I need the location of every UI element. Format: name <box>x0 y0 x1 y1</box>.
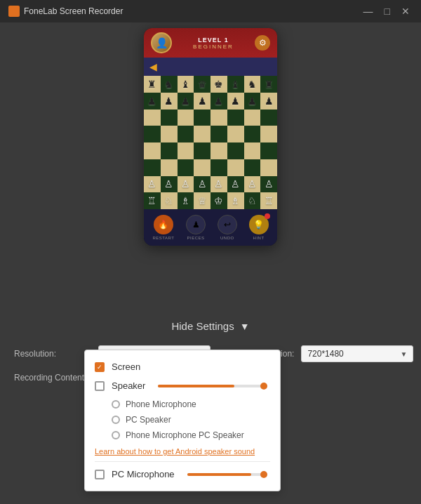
chess-cell: ♚ <box>210 76 227 93</box>
window-controls: — □ ✕ <box>361 5 413 18</box>
chess-cell: ♝ <box>227 76 244 93</box>
phone-bottom-bar: 🔥 RESTART ♟ PIECES ↩ UNDO 💡 HINT <box>144 209 277 246</box>
title-bar-left: FoneLab Screen Recorder <box>8 6 123 17</box>
app-icon <box>8 6 20 17</box>
output-resolution-dropdown[interactable]: 720*1480 ▼ <box>301 345 413 362</box>
chess-cell: ♟ <box>178 93 194 110</box>
chess-cell <box>227 159 244 176</box>
chess-cell <box>178 142 194 159</box>
chess-cell <box>144 110 161 126</box>
chess-cell: ♙ <box>244 176 261 193</box>
pc-speaker-label: PC Speaker <box>126 415 171 425</box>
chess-cell <box>194 110 210 126</box>
chess-cell <box>144 159 161 176</box>
minimize-button[interactable]: — <box>361 5 376 18</box>
chess-cell: ♙ <box>227 176 244 193</box>
chess-cell: ♗ <box>227 192 244 209</box>
chess-cell: ♟ <box>194 93 210 110</box>
chess-cell <box>260 159 277 176</box>
chess-cell <box>194 126 210 142</box>
chevron-down-icon: ▼ <box>240 321 250 332</box>
phone-mic-pc-speaker-radio[interactable] <box>112 431 120 439</box>
radio-phone-mic[interactable]: Phone Microphone <box>112 397 270 412</box>
chess-cell <box>194 142 210 159</box>
hint-label: HINT <box>253 236 265 240</box>
avatar: 👤 <box>151 32 172 53</box>
pieces-action[interactable]: ♟ PIECES <box>186 215 206 240</box>
chess-cell <box>178 110 194 126</box>
chess-cell <box>210 142 227 159</box>
chess-cell <box>144 126 161 142</box>
output-resolution-value: 720*1480 <box>307 349 343 359</box>
chess-cell <box>178 159 194 176</box>
chess-cell: ♟ <box>144 93 161 110</box>
chess-cell: ♞ <box>161 76 178 93</box>
chess-cell <box>210 110 227 126</box>
restart-label: RESTART <box>152 236 174 240</box>
speaker-checkbox[interactable] <box>95 381 105 391</box>
chess-cell: ♖ <box>260 192 277 209</box>
chess-cell: ♗ <box>178 192 194 209</box>
chess-cell <box>210 159 227 176</box>
phone-mic-radio[interactable] <box>112 400 120 409</box>
close-button[interactable]: ✕ <box>399 5 413 18</box>
hint-icon: 💡 <box>249 215 269 234</box>
restart-action[interactable]: 🔥 RESTART <box>152 215 174 240</box>
level-text: LEVEL 1 <box>172 37 255 44</box>
chess-cell <box>144 142 161 159</box>
chess-cell <box>161 110 178 126</box>
chess-cell <box>260 110 277 126</box>
title-bar: FoneLab Screen Recorder — □ ✕ <box>0 0 421 22</box>
pc-speaker-radio[interactable] <box>112 416 120 424</box>
undo-label: UNDO <box>220 236 234 240</box>
speaker-slider[interactable] <box>158 385 267 387</box>
chess-cell <box>178 126 194 142</box>
speaker-slider-thumb <box>260 383 267 390</box>
hide-settings-label: Hide Settings <box>171 320 234 332</box>
popup-item-pc-mic[interactable]: PC Microphone <box>85 465 280 484</box>
chess-cell: ♟ <box>260 93 277 110</box>
chess-cell: ♙ <box>260 176 277 193</box>
pieces-label: PIECES <box>187 236 205 240</box>
chess-cell: ♙ <box>161 176 178 193</box>
speaker-radio-group: Phone Microphone PC Speaker Phone Microp… <box>85 395 280 444</box>
chess-cell <box>244 110 261 126</box>
chess-cell <box>227 142 244 159</box>
chess-cell <box>227 110 244 126</box>
phone-actions: 🔥 RESTART ♟ PIECES ↩ UNDO 💡 HINT <box>147 215 274 240</box>
divider <box>95 461 270 462</box>
chess-cell <box>194 159 210 176</box>
screen-label: Screen <box>112 362 140 372</box>
phone-mic-label: Phone Microphone <box>126 399 196 409</box>
pc-mic-slider[interactable] <box>187 473 267 476</box>
learn-link[interactable]: Learn about how to get Android speaker s… <box>85 444 280 458</box>
chess-cell: ♝ <box>178 76 194 93</box>
chess-cell <box>210 126 227 142</box>
chess-cell: ♕ <box>194 192 210 209</box>
radio-phone-mic-pc-speaker[interactable]: Phone Microphone PC Speaker <box>112 427 270 443</box>
app-title: FoneLab Screen Recorder <box>24 6 123 16</box>
pc-mic-label: PC Microphone <box>112 469 175 479</box>
popup-item-screen[interactable]: Screen <box>85 357 280 376</box>
hide-settings-bar[interactable]: Hide Settings ▼ <box>0 316 421 336</box>
speaker-slider-fill <box>158 385 234 387</box>
popup-item-speaker[interactable]: Speaker <box>85 376 280 395</box>
maximize-button[interactable]: □ <box>382 5 393 18</box>
chess-cell: ♙ <box>144 176 161 193</box>
chess-cell: ♜ <box>260 76 277 93</box>
chess-cell <box>161 126 178 142</box>
hint-action[interactable]: 💡 HINT <box>249 215 269 240</box>
chess-cell: ♟ <box>227 93 244 110</box>
chess-cell <box>244 142 261 159</box>
pc-mic-checkbox[interactable] <box>95 470 105 479</box>
undo-action[interactable]: ↩ UNDO <box>218 215 237 240</box>
phone-mic-pc-speaker-label: Phone Microphone PC Speaker <box>126 430 244 440</box>
radio-pc-speaker[interactable]: PC Speaker <box>112 412 270 427</box>
output-dropdown-arrow-icon: ▼ <box>401 350 408 358</box>
chess-board: ♜♞♝♛♚♝♞♜♟♟♟♟♟♟♟♟♙♙♙♙♙♙♙♙♖♘♗♕♔♗♘♖ <box>144 76 277 209</box>
chess-cell: ♞ <box>244 76 261 93</box>
chess-cell: ♟ <box>161 93 178 110</box>
chess-cell: ♟ <box>244 93 261 110</box>
screen-checkbox[interactable] <box>95 362 105 372</box>
back-arrow-icon: ◀ <box>149 61 157 72</box>
